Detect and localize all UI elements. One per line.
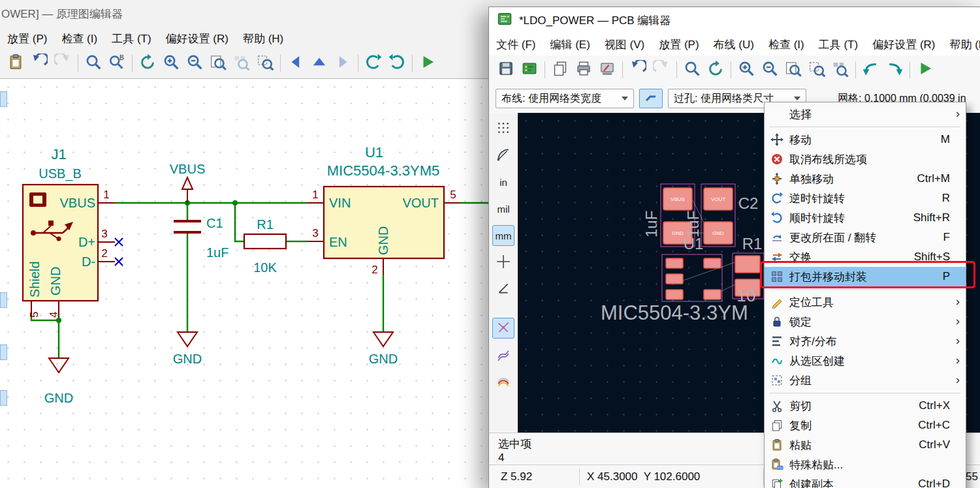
menu-view[interactable]: 视图 (V) (597, 35, 652, 54)
zoom-selection-button[interactable] (253, 52, 277, 75)
menu-edit[interactable]: 编辑 (E) (543, 35, 597, 54)
context-menu-item-pack-footprints[interactable]: 打包并移动封装P (765, 267, 966, 286)
plot-button[interactable] (595, 58, 619, 82)
zoom-out-button[interactable] (758, 58, 782, 82)
curved-ratsnest-button[interactable] (492, 344, 514, 365)
board-setup-button[interactable] (518, 58, 541, 82)
print-button[interactable] (572, 58, 595, 82)
menu-place[interactable]: 放置 (P) (652, 35, 706, 54)
u1-ref-silk: U1 (684, 235, 704, 252)
context-menu-item-flip[interactable]: 更改所在面 / 翻转F (765, 228, 966, 247)
nav-up-button[interactable] (308, 52, 331, 75)
menu-file[interactable]: 文件 (F) (489, 35, 543, 54)
rotate-ccw-button[interactable] (362, 52, 385, 75)
rotate-cw-button[interactable] (385, 52, 409, 75)
unit-mils-button[interactable]: mil (492, 198, 514, 219)
redo-button[interactable] (650, 58, 673, 82)
submenu-arrow-icon: › (956, 373, 960, 386)
toggle-grid-button[interactable] (492, 118, 514, 139)
nav-left-button[interactable] (284, 52, 308, 75)
nav-forward-button[interactable] (883, 58, 906, 82)
find-button[interactable] (680, 58, 704, 82)
context-menu-item-paste[interactable]: 粘贴Ctrl+V (765, 435, 966, 455)
refresh-button[interactable] (136, 52, 159, 75)
context-menu-item-lock[interactable]: 锁定› (765, 312, 966, 331)
menu-tools[interactable]: 工具 (T) (812, 35, 865, 54)
clipped-left-tool-button[interactable] (0, 91, 7, 107)
menu-preferences[interactable]: 偏好设置 (R) (159, 29, 236, 48)
track-posture-button[interactable] (639, 89, 663, 108)
measure-tool-button[interactable] (492, 279, 514, 299)
context-menu-item-rotate-ccw-blue[interactable]: 逆时针旋转R (765, 189, 966, 208)
zoom-out-button[interactable] (183, 52, 206, 75)
unit-inches-button[interactable]: in (492, 172, 514, 192)
u1-value-silk: MIC5504-3.3YM (601, 301, 748, 324)
schematic-canvas[interactable]: J1 USB_B VBUS D+ D- Shield GND 1 3 2 5 4… (0, 78, 488, 488)
context-menu-item-copy[interactable]: 复制Ctrl+C (765, 416, 966, 435)
context-menu-item-move-individual[interactable]: 单独移动Ctrl+M (765, 169, 966, 189)
u1-pin-gnd-name: GND (376, 226, 390, 255)
menu-preferences[interactable]: 偏好设置 (R) (865, 35, 942, 54)
undo-button[interactable] (27, 52, 51, 75)
redo-button[interactable] (51, 52, 74, 75)
context-menu-item-swap[interactable]: 交换Shift+S (765, 247, 966, 267)
vbus-power-symbol[interactable] (182, 177, 193, 203)
menu-tools[interactable]: 工具 (T) (104, 29, 158, 48)
r1-ref-silk: R1 (742, 235, 763, 252)
zoom-page-button[interactable] (206, 52, 230, 75)
context-menu-item-rotate-cw-blue[interactable]: 顺时针旋转Shift+R (765, 208, 966, 228)
context-menu-item-move[interactable]: 移动M (765, 130, 966, 149)
context-menu-item-paste-special[interactable]: R42特殊粘贴... (765, 455, 966, 474)
polar-coordinates-button[interactable] (492, 145, 514, 166)
menu-place[interactable]: 放置 (P) (0, 29, 54, 48)
zoom-page-button[interactable] (782, 58, 805, 82)
zoom-objects-button[interactable] (230, 52, 253, 75)
track-width-dropdown[interactable]: 布线: 使用网络类宽度 (496, 89, 634, 108)
menu-help[interactable]: 帮助 (H) (236, 29, 291, 48)
unit-mm-button[interactable]: mm (492, 225, 514, 246)
menu-route[interactable]: 布线 (U) (706, 35, 761, 54)
find-replace-button[interactable]: B (105, 52, 129, 75)
toolbar-separator (412, 55, 413, 72)
toolbar-separator (909, 61, 910, 78)
clipped-left-tool-button[interactable] (0, 344, 7, 360)
pcb-titlebar[interactable]: *LDO_POWER — PCB 编辑器 (489, 7, 980, 33)
c1-symbol[interactable] (174, 221, 201, 232)
nav-right-button[interactable] (331, 52, 355, 75)
zoom-objects-button[interactable] (829, 58, 852, 82)
context-menu-item-align[interactable]: 对齐/分布› (765, 331, 966, 351)
gnd-symbol[interactable] (49, 332, 393, 373)
copy-button[interactable] (548, 58, 572, 82)
context-menu-item-position-tools[interactable]: 定位工具› (765, 292, 966, 312)
crosshair-cursor-button[interactable] (492, 252, 514, 273)
undo-button[interactable] (626, 58, 650, 82)
context-menu-item-select[interactable]: 选择› (765, 104, 966, 124)
context-menu-item-create-from-selection[interactable]: 从选区创建› (765, 351, 966, 371)
u1-value-label: MIC5504-3.3YM5 (327, 162, 439, 179)
clipped-left-tool-button[interactable] (0, 390, 7, 406)
refresh-button[interactable] (704, 58, 727, 82)
run-button[interactable] (416, 52, 439, 75)
duplicate-icon (767, 478, 787, 488)
find-button[interactable] (82, 52, 105, 75)
menu-inspect[interactable]: 检查 (I) (54, 29, 104, 48)
run-button[interactable] (913, 58, 937, 82)
clipped-left-tool-button[interactable] (0, 292, 7, 308)
show-ratsnest-button[interactable] (492, 318, 514, 339)
r1-symbol-body[interactable] (244, 234, 286, 249)
net-color-mode-button[interactable] (492, 371, 514, 392)
menu-inspect[interactable]: 检查 (I) (761, 35, 812, 54)
paste-button[interactable] (4, 52, 27, 75)
context-menu-item-group[interactable]: 分组› (765, 371, 966, 390)
create-from-selection-icon (767, 354, 787, 367)
context-menu-item-duplicate[interactable]: 创建副本Ctrl+D (765, 474, 966, 488)
nav-back-button[interactable] (859, 58, 883, 82)
find-icon (684, 60, 701, 80)
zoom-selection-button[interactable] (805, 58, 829, 82)
zoom-in-button[interactable] (735, 58, 758, 82)
context-menu-item-unroute[interactable]: 取消布线所选项 (765, 149, 966, 169)
menu-help[interactable]: 帮助 (H) (942, 35, 980, 54)
context-menu-item-cut[interactable]: 剪切Ctrl+X (765, 396, 966, 416)
zoom-in-button[interactable] (159, 52, 183, 75)
save-button[interactable] (494, 58, 518, 82)
